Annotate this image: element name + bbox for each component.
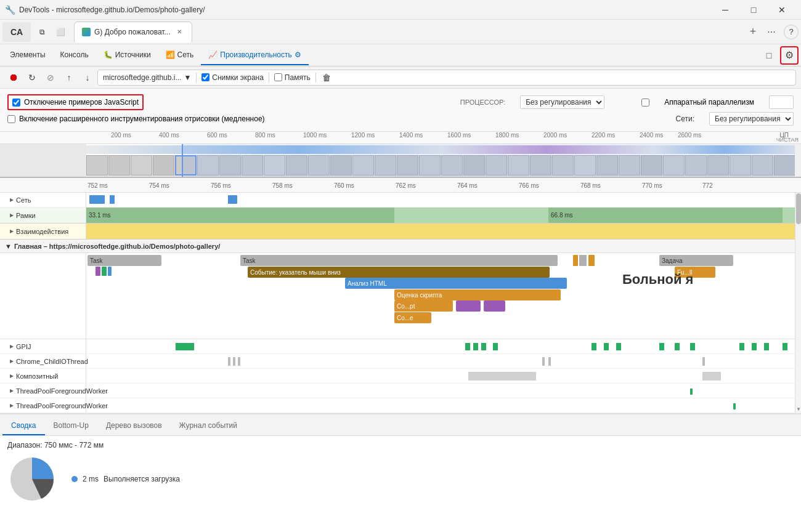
tracks-area: ▶ Сеть ▶ Рамки 33.1 ms 66.8 ms — [0, 193, 795, 413]
new-tab-btn[interactable]: + — [744, 23, 762, 41]
upload-btn[interactable]: ↑ — [60, 69, 78, 86]
advanced-instr-checkbox[interactable] — [7, 115, 15, 123]
task2-end-bar-1 — [573, 255, 578, 266]
tab-performance-label: Производительность — [220, 50, 291, 59]
window-controls: ─ □ ✕ — [711, 0, 796, 20]
ruler-mark-1200: 1200 ms — [351, 132, 375, 139]
flame-task-1[interactable]: Task — [87, 255, 161, 266]
io-bar-4 — [542, 357, 545, 366]
url-dropdown-icon[interactable]: ▼ — [184, 73, 191, 82]
ruler-mark-600: 600 ms — [207, 132, 227, 139]
gpu-bar-9 — [659, 343, 664, 350]
track-compositor-label[interactable]: ▶ Композитный — [0, 369, 86, 383]
main-thread-flames: Task Task Задача Событие: указатель мыши… — [86, 253, 795, 339]
flame-co-e[interactable]: Co...e — [394, 312, 431, 323]
track-frames-text: Рамки — [16, 212, 36, 219]
net-bar-1 — [89, 195, 105, 204]
main-thread-url: Главная – https://microsoftedge.github.i… — [14, 243, 220, 250]
main-thread-arrow: ▼ — [5, 243, 12, 250]
io-bar-3 — [238, 357, 240, 366]
flame-task-2[interactable]: Task — [240, 255, 558, 266]
tab-console[interactable]: Консоль — [53, 46, 96, 65]
advanced-instr-label: Включение расширенного инструментировани… — [19, 115, 265, 123]
tab-network[interactable]: 📶 Сеть — [158, 46, 201, 65]
minimize-btn[interactable]: ─ — [711, 0, 739, 20]
track-threadpool-2-content — [86, 398, 795, 413]
comp-bar-2 — [702, 372, 721, 381]
screenshots-checkbox[interactable] — [201, 73, 209, 81]
timeline-overview[interactable] — [0, 144, 801, 178]
window-pane-btn[interactable]: □ — [760, 47, 778, 64]
ruler-mark-2600: 2600 ms — [678, 132, 701, 139]
ruler-label-pure: ЧИСТАЯ — [776, 137, 799, 143]
flame-event-mousedown[interactable]: Событие: указатель мыши вниз — [248, 267, 550, 278]
zoom-mark-764: 764 ms — [457, 182, 478, 188]
tab-summary[interactable]: Сводка — [2, 417, 45, 435]
tab-elements[interactable]: Элементы — [2, 46, 53, 65]
tab-photo-gallery[interactable]: G) Добро пожаловат... ✕ — [74, 22, 192, 42]
back-forward-btn[interactable]: ⧉ — [33, 23, 51, 41]
record-btn[interactable]: ⏺ — [5, 69, 22, 86]
flame-script-eval[interactable]: Оценка скрипта — [394, 289, 561, 300]
zoom-ruler-marks: 752 ms 754 ms 756 ms 758 ms 760 ms 762 m… — [86, 178, 795, 192]
tab-network-label: Сеть — [177, 50, 194, 59]
ruler-mark-2000: 2000 ms — [543, 132, 567, 139]
tab-performance[interactable]: 📈 Производительность ⚙ — [201, 46, 308, 65]
gpu-bar-3 — [473, 343, 478, 350]
pie-chart — [7, 454, 57, 504]
title-bar: 🔧 DevTools - microsoftedge.github.io/Dem… — [0, 0, 801, 20]
mem-divider — [269, 73, 269, 83]
hardware-value[interactable]: 8 — [769, 95, 794, 109]
hardware-checkbox[interactable] — [641, 99, 649, 107]
gpu-bar-2 — [465, 343, 470, 350]
track-childio-text: Chrome_ChildIOThread — [16, 358, 88, 365]
settings-btn[interactable]: ⚙ — [780, 46, 799, 65]
frames-val-2: 66.8 ms — [551, 212, 573, 219]
tab-sources[interactable]: 🐛 Источники — [96, 46, 158, 65]
network-throttle-select[interactable]: Без регулирования — [709, 112, 794, 126]
scrollbar-thumb[interactable] — [796, 193, 801, 224]
track-network-label[interactable]: ▶ Сеть — [0, 193, 86, 207]
net-bar-3 — [228, 195, 237, 204]
refresh-btn[interactable]: ↻ — [23, 69, 41, 86]
selection-overlay — [182, 144, 801, 177]
task2-end-bar-3 — [588, 255, 595, 266]
flame-task-zadacha[interactable]: Задача — [659, 255, 733, 266]
track-threadpool-1-label[interactable]: ▶ ThreadPoolForegroundWorker — [0, 384, 86, 398]
tab-call-tree[interactable]: Дерево вызовов — [97, 417, 171, 435]
tab-bar-help[interactable]: ? — [784, 25, 799, 39]
tab-bar-ellipsis[interactable]: ··· — [762, 23, 781, 41]
overview-scrollbar — [795, 144, 801, 177]
maximize-btn[interactable]: □ — [739, 0, 768, 20]
screenshots-label: Снимки экрана — [212, 73, 264, 82]
memory-checkbox[interactable] — [274, 73, 282, 81]
ruler-mark-800: 800 ms — [255, 132, 275, 139]
tab-event-log[interactable]: Журнал событий — [171, 417, 246, 435]
flame-co-pt[interactable]: Co...pt — [394, 300, 453, 312]
scrollbar-down[interactable]: ▼ — [795, 405, 801, 413]
tab-bottom-up[interactable]: Bottom-Up — [45, 417, 97, 435]
tab-toggle-btn[interactable]: ⬜ — [52, 23, 69, 41]
track-threadpool-2-label[interactable]: ▶ ThreadPoolForegroundWorker — [0, 398, 86, 413]
close-btn[interactable]: ✕ — [768, 0, 796, 20]
tab-close-btn[interactable]: ✕ — [174, 27, 184, 37]
zoom-mark-752: 752 ms — [87, 182, 108, 188]
download-btn[interactable]: ↓ — [79, 69, 96, 86]
track-childio-label[interactable]: ▶ Chrome_ChildIOThread — [0, 354, 86, 368]
hardware-label: Аппаратный параллелизм — [664, 98, 754, 107]
js-callstacks-checkbox[interactable] — [12, 99, 20, 107]
track-gpu-label[interactable]: ▶ GPIJ — [0, 339, 86, 353]
profile-avatar[interactable]: CA — [2, 22, 31, 42]
flame-html-parse[interactable]: Анализ HTML — [345, 278, 567, 289]
summary-legend: 2 ms Выполняется загрузка — [71, 474, 180, 485]
tab-favicon — [82, 28, 91, 36]
track-interactions-label[interactable]: ▶ Взаимодействия — [0, 224, 86, 239]
cpu-throttle-select[interactable]: Без регулирования — [520, 95, 604, 109]
legend-item-loading: 2 ms Выполняется загрузка — [71, 475, 180, 483]
frame-thumb-4 — [153, 155, 174, 175]
url-text: microsoftedge.github.i... — [103, 73, 181, 82]
stop-btn[interactable]: ⊘ — [42, 69, 59, 86]
track-frames-label[interactable]: ▶ Рамки — [0, 208, 86, 223]
track-childio-content — [86, 354, 795, 368]
trash-icon[interactable]: 🗑 — [322, 73, 331, 83]
